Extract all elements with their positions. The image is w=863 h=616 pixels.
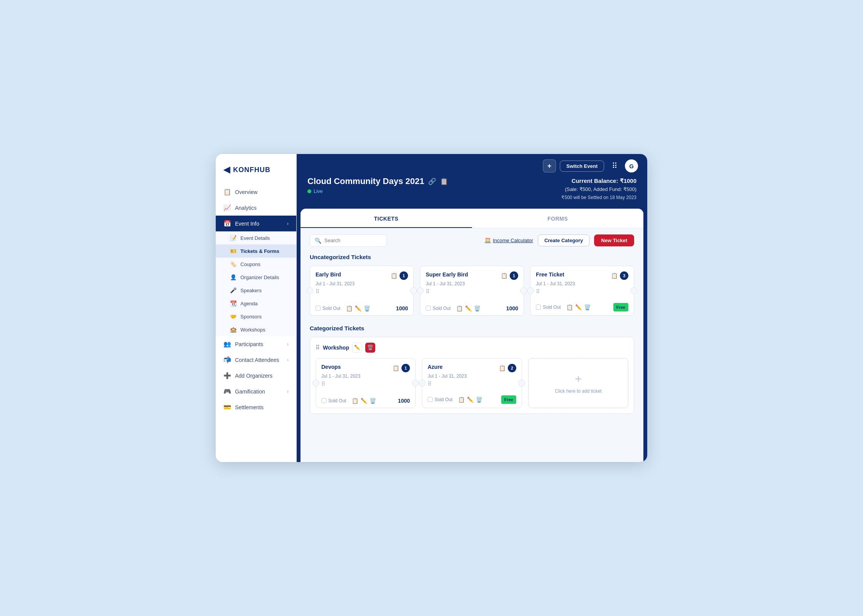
edit-action-icon[interactable]: ✏️ <box>467 397 473 403</box>
sold-out-checkbox[interactable] <box>316 306 321 311</box>
ticket-card-azure: Azure 📋 2 Jul 1 - Jul 31, 2023 ⠿ <box>422 358 522 408</box>
category-delete-button[interactable]: 🗑️ <box>365 343 375 353</box>
sidebar-item-gamification[interactable]: 🎮 Gamification › <box>216 383 296 399</box>
copy-action-icon[interactable]: 📋 <box>456 305 463 311</box>
sold-out-checkbox[interactable] <box>426 306 431 311</box>
delete-action-icon[interactable]: 🗑️ <box>364 305 370 311</box>
ticket-copy-icon[interactable]: 📋 <box>501 273 507 279</box>
delete-action-icon[interactable]: 🗑️ <box>369 398 376 404</box>
balance-info: Current Balance: ₹1000 (Sale: ₹500, Adde… <box>561 176 636 202</box>
ticket-actions: 📋 ✏️ 🗑️ <box>458 397 482 403</box>
uncategorized-title: Uncategorized Tickets <box>310 254 634 260</box>
speakers-icon: 🎤 <box>230 287 237 293</box>
ticket-bottom: Sold Out 📋 ✏️ 🗑️ 1000 <box>321 398 410 404</box>
sold-out-checkbox[interactable] <box>321 398 326 403</box>
sidebar-item-label: Settlements <box>235 404 264 410</box>
ticket-dots: ⠿ <box>428 381 516 387</box>
ticket-date: Jul 1 - Jul 31, 2023 <box>426 281 518 286</box>
toolbar-right: 🧮 Income Calculator Create Category New … <box>485 234 634 246</box>
uncategorized-tickets-grid: Early Bird 📋 1 Jul 1 - Jul 31, 2023 ⠿ <box>310 266 634 316</box>
copy-action-icon[interactable]: 📋 <box>566 304 573 310</box>
sidebar-item-tickets-forms[interactable]: 🎫 Tickets & Forms <box>216 244 296 258</box>
sidebar-sub-label: Tickets & Forms <box>240 248 279 254</box>
edit-action-icon[interactable]: ✏️ <box>575 304 582 310</box>
sidebar-item-label: Contact Attendees <box>235 357 279 363</box>
sidebar-item-workshops[interactable]: 🏫 Workshops <box>216 323 296 336</box>
ticket-copy-icon[interactable]: 📋 <box>611 273 618 279</box>
new-ticket-button[interactable]: New Ticket <box>594 234 634 246</box>
create-category-button[interactable]: Create Category <box>538 234 589 246</box>
edit-action-icon[interactable]: ✏️ <box>355 305 361 311</box>
sidebar-item-settlements[interactable]: 💳 Settlements <box>216 399 296 415</box>
coupons-icon: 🏷️ <box>230 261 237 267</box>
category-edit-button[interactable]: ✏️ <box>352 343 362 353</box>
ticket-top-right: 📋 2 <box>499 364 516 372</box>
sidebar-item-event-details[interactable]: 📝 Event Details <box>216 231 296 244</box>
search-input[interactable] <box>324 238 382 243</box>
participants-icon: 👥 <box>223 340 231 348</box>
ticket-badge: 1 <box>400 271 408 280</box>
event-info-subnav: 📝 Event Details 🎫 Tickets & Forms 🏷️ Cou… <box>216 231 296 336</box>
category-name: Workshop <box>323 345 349 351</box>
sidebar-item-label: Participants <box>235 341 263 347</box>
category-grid-icon: ⠿ <box>316 344 320 351</box>
income-calculator-link[interactable]: 🧮 Income Calculator <box>485 238 533 243</box>
sidebar-item-label: Event Info <box>235 221 259 227</box>
edit-action-icon[interactable]: ✏️ <box>465 305 472 311</box>
sold-out-label[interactable]: Sold Out <box>316 306 341 311</box>
category-container-workshop: ⠿ Workshop ✏️ 🗑️ Devops 📋 <box>310 337 634 414</box>
sold-out-label[interactable]: Sold Out <box>536 305 561 310</box>
sidebar-item-participants[interactable]: 👥 Participants › <box>216 336 296 352</box>
sidebar-item-event-info[interactable]: 📅 Event Info › <box>216 216 296 231</box>
sidebar-logo: ◀ KONFHUB <box>216 154 296 184</box>
grid-menu-button[interactable]: ⠿ <box>608 159 621 172</box>
sidebar-item-analytics[interactable]: 📈 Analytics <box>216 200 296 216</box>
sidebar-item-organizer-details[interactable]: 👤 Organizer Details <box>216 271 296 284</box>
sidebar-item-sponsors[interactable]: 🤝 Sponsors <box>216 310 296 323</box>
ticket-copy-icon[interactable]: 📋 <box>499 365 505 371</box>
tab-tickets[interactable]: TICKETS <box>301 209 472 228</box>
copy-action-icon[interactable]: 📋 <box>346 305 353 311</box>
add-ticket-card[interactable]: + Click here to add ticket <box>528 358 628 408</box>
sold-out-label[interactable]: Sold Out <box>321 398 346 403</box>
ticket-top: Early Bird 📋 1 <box>316 271 408 280</box>
ticket-copy-icon[interactable]: 📋 <box>391 273 397 279</box>
copy-icon[interactable]: 📋 <box>440 177 448 186</box>
ticket-badge: 3 <box>620 271 628 280</box>
link-icon[interactable]: 🔗 <box>428 177 436 186</box>
sidebar-item-add-organizers[interactable]: ➕ Add Organizers <box>216 368 296 383</box>
ticket-copy-icon[interactable]: 📋 <box>393 365 399 371</box>
sidebar-item-contact-attendees[interactable]: 📬 Contact Attendees › <box>216 352 296 368</box>
edit-action-icon[interactable]: ✏️ <box>361 398 367 404</box>
ticket-count-free: Free <box>613 303 628 311</box>
sidebar-item-agenda[interactable]: 📆 Agenda <box>216 297 296 310</box>
ticket-dots: ⠿ <box>426 288 518 295</box>
sold-out-checkbox[interactable] <box>536 305 541 310</box>
ticket-name: Devops <box>321 364 341 370</box>
tab-forms[interactable]: FORMS <box>472 209 643 228</box>
add-button[interactable]: + <box>543 159 556 172</box>
category-header: ⠿ Workshop ✏️ 🗑️ <box>316 343 628 353</box>
delete-action-icon[interactable]: 🗑️ <box>584 304 591 310</box>
ticket-count: 1000 <box>398 398 410 404</box>
switch-event-button[interactable]: Switch Event <box>560 161 604 172</box>
copy-action-icon[interactable]: 📋 <box>458 397 465 403</box>
copy-action-icon[interactable]: 📋 <box>352 398 358 404</box>
avatar[interactable]: G <box>625 159 638 172</box>
sponsors-icon: 🤝 <box>230 313 237 320</box>
ticket-card-super-early-bird: Super Early Bird 📋 1 Jul 1 - Jul 31, 202… <box>420 266 524 316</box>
sidebar-item-overview[interactable]: 📋 Overview <box>216 184 296 200</box>
sold-out-label[interactable]: Sold Out <box>428 397 453 402</box>
ticket-top: Free Ticket 📋 3 <box>536 271 628 280</box>
sidebar-item-speakers[interactable]: 🎤 Speakers <box>216 284 296 297</box>
sold-out-checkbox[interactable] <box>428 397 433 402</box>
delete-action-icon[interactable]: 🗑️ <box>474 305 480 311</box>
event-title: Cloud Community Days 2021 <box>307 176 424 186</box>
ticket-date: Jul 1 - Jul 31, 2023 <box>316 281 408 286</box>
sidebar-sub-label: Workshops <box>240 327 265 333</box>
ticket-date: Jul 1 - Jul 31, 2023 <box>536 281 628 286</box>
sidebar-item-coupons[interactable]: 🏷️ Coupons <box>216 258 296 271</box>
ticket-actions: 📋 ✏️ 🗑️ <box>346 305 370 311</box>
sold-out-label[interactable]: Sold Out <box>426 306 451 311</box>
delete-action-icon[interactable]: 🗑️ <box>476 397 482 403</box>
